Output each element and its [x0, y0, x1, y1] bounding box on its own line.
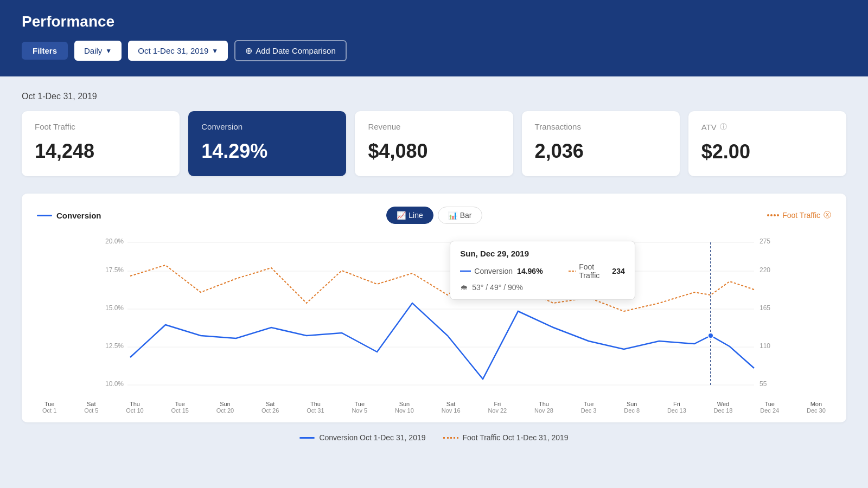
date-range-label: Oct 1-Dec 31, 2019 [138, 46, 208, 55]
chart-legend-conversion-label: Conversion [56, 211, 101, 220]
header: Performance Filters Daily ▼ Oct 1-Dec 31… [0, 0, 868, 76]
xaxis-label: TueOct 15 [171, 401, 188, 414]
dot [767, 214, 769, 216]
legend-item-foot-traffic: Foot Traffic Oct 1-Dec 31, 2019 [443, 433, 569, 442]
tooltip-weather: 🌧 53° / 49° / 90% [460, 283, 624, 292]
date-range-display: Oct 1-Dec 31, 2019 [22, 92, 846, 101]
bar-btn-label: Bar [460, 211, 472, 220]
tooltip-conversion-label: Conversion [460, 267, 513, 275]
svg-text:55: 55 [760, 380, 767, 388]
xaxis-label: TueOct 1 [42, 401, 56, 414]
xaxis-label: TueDec 24 [760, 401, 779, 414]
line-chart-button[interactable]: 📈 Line [386, 207, 433, 224]
date-range-dropdown[interactable]: Oct 1-Dec 31, 2019 ▼ [128, 41, 228, 61]
cloud-rain-icon: 🌧 [460, 283, 468, 292]
xaxis-label: TueNov 5 [352, 401, 367, 414]
foot-traffic-label: Foot Traffic [782, 211, 820, 220]
bottom-legend: Conversion Oct 1-Dec 31, 2019 Foot Traff… [22, 433, 846, 442]
chart-header: Conversion 📈 Line 📊 Bar [37, 207, 831, 224]
header-controls: Filters Daily ▼ Oct 1-Dec 31, 2019 ▼ ⊕ A… [22, 40, 846, 61]
xaxis-label: SatOct 5 [84, 401, 98, 414]
metric-value-transactions: 2,036 [535, 140, 667, 163]
metric-value-foot-traffic: 14,248 [35, 140, 167, 163]
xaxis-label: SatNov 16 [442, 401, 461, 414]
bar-icon: 📊 [448, 211, 457, 220]
metric-card-conversion[interactable]: Conversion 14.29% [188, 111, 346, 176]
xaxis-label: SunOct 20 [216, 401, 234, 414]
metric-label-atv: ATV ⓘ [701, 122, 833, 132]
daily-label: Daily [84, 46, 102, 55]
foot-traffic-legend-line [443, 437, 458, 439]
svg-text:110: 110 [760, 342, 770, 350]
xaxis-label: ThuNov 28 [534, 401, 553, 414]
svg-text:12.5%: 12.5% [105, 342, 124, 350]
tooltip-conversion-value: 14.96% [517, 267, 542, 275]
xaxis-label: SunDec 8 [624, 401, 640, 414]
dot [774, 214, 776, 216]
tooltip-conversion-row: Conversion 14.96% Foot Traffic 234 [460, 262, 624, 280]
svg-text:10.0%: 10.0% [105, 380, 124, 388]
info-icon[interactable]: ⓘ [720, 122, 727, 132]
metric-value-atv: $2.00 [701, 140, 833, 163]
plus-circle-icon: ⊕ [245, 46, 252, 56]
tooltip-foot-traffic-value: 234 [612, 267, 624, 275]
metric-label-conversion: Conversion [201, 122, 333, 131]
chevron-down-icon: ▼ [105, 47, 112, 55]
chart-tooltip: Sun, Dec 29, 2019 Conversion 14.96% Foot… [450, 241, 635, 300]
page-title: Performance [22, 13, 846, 30]
dot [777, 214, 779, 216]
chart-legend-right[interactable]: Foot Traffic ⓧ [767, 210, 831, 220]
add-date-comparison-button[interactable]: ⊕ Add Date Comparison [234, 40, 347, 61]
dot [770, 214, 773, 216]
xaxis-label: FriDec 13 [667, 401, 686, 414]
svg-text:220: 220 [760, 266, 770, 274]
chart-xaxis: TueOct 1SatOct 5ThuOct 10TueOct 15SunOct… [37, 397, 831, 414]
conversion-legend-line [299, 437, 315, 439]
svg-text:17.5%: 17.5% [105, 266, 124, 274]
tooltip-date: Sun, Dec 29, 2019 [460, 249, 624, 258]
metric-card-revenue[interactable]: Revenue $4,080 [355, 111, 513, 176]
xaxis-label: FriNov 22 [488, 401, 507, 414]
metric-card-foot-traffic[interactable]: Foot Traffic 14,248 [22, 111, 180, 176]
filters-button[interactable]: Filters [22, 42, 68, 60]
metric-label-foot-traffic: Foot Traffic [35, 122, 167, 131]
xaxis-label: MonDec 30 [807, 401, 826, 414]
add-date-label: Add Date Comparison [256, 46, 336, 55]
content-area: Oct 1-Dec 31, 2019 Foot Traffic 14,248 C… [0, 76, 868, 457]
line-icon: 📈 [397, 211, 406, 220]
line-chart-svg: 20.0% 17.5% 15.0% 12.5% 10.0% 275 220 16… [37, 233, 831, 395]
metric-label-transactions: Transactions [535, 122, 667, 131]
xaxis-label: SunNov 10 [395, 401, 414, 414]
tooltip-foot-traffic-label: Foot Traffic [569, 262, 603, 280]
metric-value-revenue: $4,080 [368, 140, 500, 163]
chart-controls: 📈 Line 📊 Bar [386, 207, 482, 224]
chevron-down-icon: ▼ [212, 47, 218, 55]
svg-text:275: 275 [760, 237, 770, 245]
chart-container: Conversion 📈 Line 📊 Bar [22, 194, 846, 422]
metric-value-conversion: 14.29% [201, 140, 333, 163]
page-wrapper: Performance Filters Daily ▼ Oct 1-Dec 31… [0, 0, 868, 488]
conversion-legend-line [37, 215, 52, 216]
svg-text:165: 165 [760, 304, 770, 312]
metric-card-atv[interactable]: ATV ⓘ $2.00 [688, 111, 846, 176]
xaxis-label: WedDec 18 [714, 401, 733, 414]
conversion-legend-label: Conversion Oct 1-Dec 31, 2019 [319, 433, 425, 442]
xaxis-label: ThuOct 31 [307, 401, 324, 414]
foot-traffic-legend-dots [767, 214, 779, 216]
svg-point-16 [708, 333, 713, 338]
legend-item-conversion: Conversion Oct 1-Dec 31, 2019 [299, 433, 425, 442]
svg-text:20.0%: 20.0% [105, 237, 124, 245]
close-icon[interactable]: ⓧ [824, 210, 831, 220]
svg-text:15.0%: 15.0% [105, 304, 124, 312]
chart-legend-left: Conversion [37, 211, 101, 220]
line-btn-label: Line [409, 211, 423, 220]
metric-label-revenue: Revenue [368, 122, 500, 131]
daily-dropdown[interactable]: Daily ▼ [74, 41, 122, 61]
metric-card-transactions[interactable]: Transactions 2,036 [522, 111, 680, 176]
xaxis-label: SatOct 26 [261, 401, 279, 414]
xaxis-label: TueDec 3 [581, 401, 597, 414]
xaxis-label: ThuOct 10 [126, 401, 143, 414]
bar-chart-button[interactable]: 📊 Bar [438, 207, 482, 224]
foot-traffic-legend-label: Foot Traffic Oct 1-Dec 31, 2019 [463, 433, 569, 442]
metric-cards: Foot Traffic 14,248 Conversion 14.29% Re… [22, 111, 846, 176]
